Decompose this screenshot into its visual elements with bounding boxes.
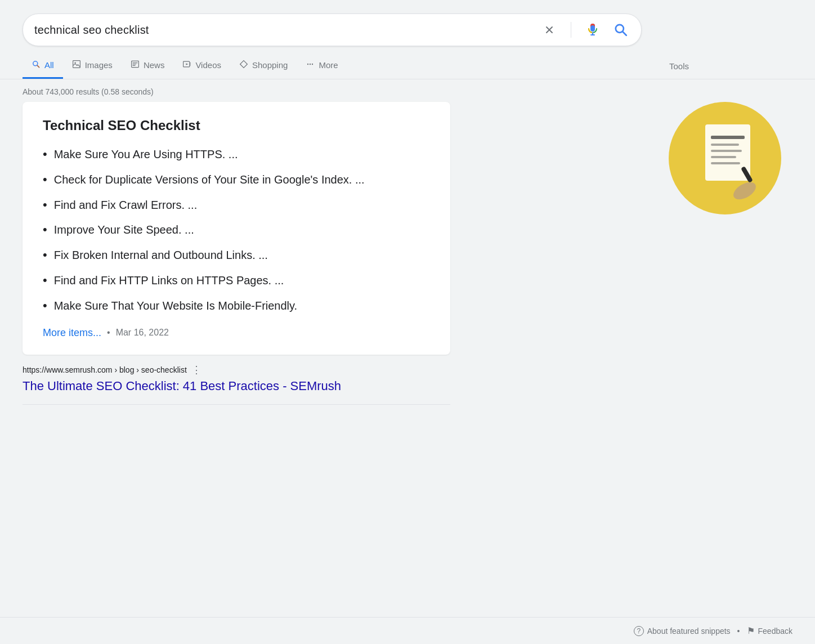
snippet-separator-dot: • — [107, 328, 110, 338]
svg-rect-15 — [711, 156, 736, 158]
result-url-domain: https://www.semrush.com › blog › seo-che… — [23, 365, 187, 374]
list-item: Make Sure You Are Using HTTPS. ... — [43, 146, 430, 163]
result-url: https://www.semrush.com › blog › seo-che… — [23, 364, 450, 376]
all-tab-icon — [32, 60, 41, 70]
videos-tab-icon — [182, 60, 191, 70]
snippet-date: Mar 16, 2022 — [116, 328, 169, 338]
svg-point-9 — [310, 64, 311, 65]
tab-all-label: All — [44, 60, 54, 70]
list-item: Improve Your Site Speed. ... — [43, 221, 430, 239]
search-bar-icons — [540, 21, 630, 39]
about-snippets-label: About featured snippets — [647, 627, 731, 636]
snippet-image — [669, 102, 781, 214]
nav-tabs-container: All Images News — [0, 52, 815, 79]
snippet-footer: More items... • Mar 16, 2022 — [43, 327, 430, 339]
tab-news[interactable]: News — [122, 52, 174, 79]
tab-news-label: News — [144, 60, 165, 70]
svg-point-8 — [307, 64, 308, 65]
svg-rect-14 — [711, 150, 742, 152]
tab-more-label: More — [319, 60, 338, 70]
svg-point-17 — [731, 179, 759, 203]
result-more-icon[interactable]: ⋮ — [191, 364, 201, 376]
shopping-tab-icon — [239, 60, 248, 70]
page-footer: ? About featured snippets • ⚑ Feedback — [0, 617, 815, 644]
tab-images[interactable]: Images — [63, 52, 122, 79]
about-featured-snippets-button[interactable]: ? About featured snippets — [634, 626, 731, 636]
svg-point-1 — [33, 61, 38, 66]
tab-videos-label: Videos — [195, 60, 221, 70]
main-content: Technical SEO Checklist Make Sure You Ar… — [0, 102, 815, 405]
svg-marker-6 — [186, 63, 189, 65]
microphone-icon[interactable] — [584, 21, 602, 39]
search-bar-container: technical seo checklist — [0, 0, 815, 46]
feedback-label: Feedback — [758, 627, 792, 636]
list-item: Find and Fix HTTP Links on HTTPS Pages. … — [43, 272, 430, 289]
result-title-link[interactable]: The Ultimate SEO Checklist: 41 Best Prac… — [23, 379, 341, 393]
svg-rect-13 — [711, 144, 739, 146]
news-tab-icon — [131, 60, 140, 70]
tab-all[interactable]: All — [23, 52, 63, 79]
list-item: Fix Broken Internal and Outbound Links. … — [43, 247, 430, 264]
right-image-area — [669, 102, 792, 226]
list-item: Check for Duplicate Versions of Your Sit… — [43, 171, 430, 189]
list-item: Find and Fix Crawl Errors. ... — [43, 196, 430, 214]
nav-tabs: All Images News — [23, 52, 698, 79]
tab-more[interactable]: More — [297, 52, 347, 79]
svg-rect-2 — [73, 61, 80, 68]
tab-videos[interactable]: Videos — [173, 52, 230, 79]
tab-images-label: Images — [85, 60, 113, 70]
svg-rect-16 — [711, 162, 740, 164]
search-divider — [571, 22, 571, 38]
svg-point-0 — [616, 25, 624, 33]
results-count: About 743,000 results (0.58 seconds) — [0, 79, 815, 102]
tab-shopping-label: Shopping — [252, 60, 288, 70]
more-items-link[interactable]: More items... — [43, 327, 101, 339]
more-tab-icon — [306, 60, 315, 70]
featured-snippet: Technical SEO Checklist Make Sure You Ar… — [23, 102, 450, 355]
list-item: Make Sure That Your Website Is Mobile-Fr… — [43, 297, 430, 315]
tab-shopping[interactable]: Shopping — [230, 52, 297, 79]
tools-button[interactable]: Tools — [660, 53, 698, 78]
question-icon: ? — [634, 626, 644, 636]
svg-rect-7 — [190, 62, 191, 66]
feedback-button[interactable]: ⚑ Feedback — [747, 625, 792, 636]
images-tab-icon — [72, 60, 81, 70]
search-bar: technical seo checklist — [23, 14, 642, 46]
snippet-list: Make Sure You Are Using HTTPS. ... Check… — [43, 146, 430, 315]
snippet-title: Technical SEO Checklist — [43, 118, 430, 133]
tools-label: Tools — [669, 61, 689, 71]
feedback-icon: ⚑ — [747, 625, 755, 636]
svg-point-10 — [312, 64, 313, 65]
divider-line — [23, 404, 450, 405]
search-input[interactable]: technical seo checklist — [34, 24, 540, 37]
result-url-path: › blog › seo-checklist — [114, 365, 186, 374]
clear-icon[interactable] — [540, 21, 558, 39]
result-item: https://www.semrush.com › blog › seo-che… — [23, 355, 450, 399]
svg-rect-12 — [711, 136, 745, 139]
search-submit-icon[interactable] — [612, 21, 630, 39]
results-count-text: About 743,000 results (0.58 seconds) — [23, 87, 154, 96]
footer-dot: • — [737, 627, 740, 636]
